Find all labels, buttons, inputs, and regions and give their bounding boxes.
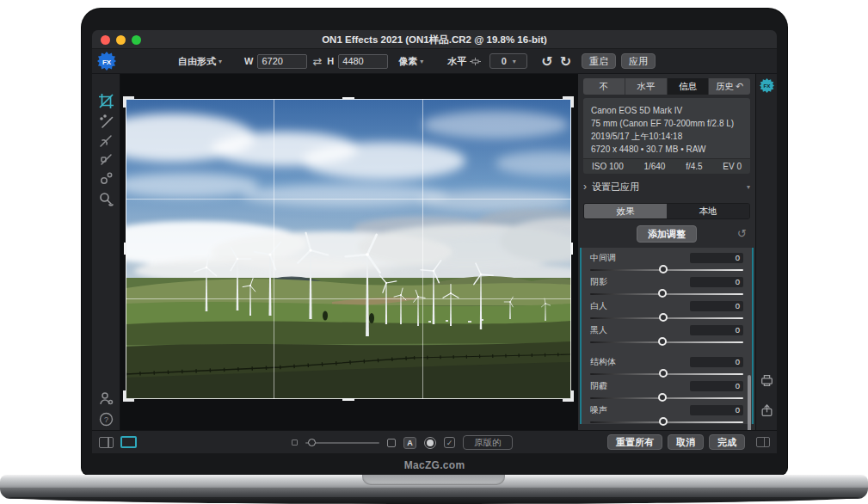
rotate-left-icon[interactable]: ↺ — [541, 53, 552, 70]
slider-track[interactable] — [590, 317, 743, 319]
app-window: ON1 Effects 2021 (ON1样品.CR2 @ 19.8% 16-b… — [92, 30, 777, 453]
laptop-notch — [362, 475, 505, 485]
slider-noise: 噪声0 — [590, 404, 743, 423]
crop-handle-bottom[interactable] — [342, 398, 354, 401]
width-input[interactable] — [257, 54, 307, 69]
crop-handle-top[interactable] — [342, 97, 354, 100]
portrait-tool-icon[interactable] — [98, 390, 114, 407]
chevron-down-icon: ▾ — [420, 58, 423, 65]
print-icon[interactable] — [760, 373, 774, 388]
tab-levels[interactable]: 水平 — [625, 78, 668, 95]
file-info: 6720 x 4480 • 30.7 MB • RAW — [591, 143, 742, 156]
crop-handle-bottom-right[interactable] — [563, 390, 574, 402]
auto-zoom-badge[interactable]: A — [403, 437, 416, 449]
aperture-value: f/4.5 — [686, 162, 702, 171]
level-label-group: 水平 — [447, 55, 481, 68]
slider-shadows: 阴影0 — [590, 276, 743, 295]
height-input[interactable] — [338, 54, 388, 69]
tab-history[interactable]: 历史↶ — [709, 78, 750, 95]
export-share-icon[interactable] — [760, 403, 774, 418]
compare-view-icon[interactable] — [99, 437, 114, 448]
chevron-down-icon: ▾ — [219, 58, 222, 65]
height-field-group: H — [327, 54, 388, 69]
svg-text:?: ? — [104, 415, 108, 424]
slider-haze: 阴霾0 — [590, 380, 743, 399]
crop-handle-top-left[interactable] — [123, 96, 134, 108]
module-rail: FX — [755, 74, 777, 430]
laptop-brand-text: MacZG.com — [82, 459, 787, 471]
zoom-out-icon[interactable] — [292, 439, 298, 446]
slider-handle[interactable] — [658, 393, 667, 402]
slider-whites: 白人0 — [590, 300, 743, 319]
slider-handle[interactable] — [659, 417, 668, 426]
swap-dimensions-icon[interactable]: ⇄ — [312, 55, 322, 68]
chevron-down-icon: ▾ — [513, 58, 516, 65]
crop-handle-top-right[interactable] — [563, 96, 574, 108]
crop-mode-select[interactable]: 自由形式▾ — [178, 55, 222, 68]
dual-pane-icon[interactable] — [756, 437, 770, 447]
zoom-pan-tool-icon[interactable] — [98, 191, 114, 207]
effects-module-icon[interactable]: FX — [760, 78, 774, 93]
masking-bug-tool-icon[interactable] — [98, 151, 114, 168]
slider-handle[interactable] — [658, 337, 667, 346]
slider-track[interactable] — [590, 397, 743, 399]
slider-value: 0 — [690, 325, 743, 335]
ev-value: EV 0 — [723, 162, 742, 171]
angle-select[interactable]: 0 ▾ — [489, 53, 527, 69]
svg-text:FX: FX — [764, 83, 772, 89]
zoom-slider[interactable] — [305, 442, 379, 444]
crop-handle-right[interactable] — [570, 243, 573, 255]
photo[interactable] — [126, 99, 571, 399]
iso-value: ISO 100 — [592, 162, 624, 171]
reset-all-button[interactable]: 重置所有 — [607, 434, 662, 450]
slider-track[interactable] — [590, 373, 743, 375]
cancel-button[interactable]: 取消 — [668, 434, 704, 450]
add-adjustment-button[interactable]: 添加调整 — [637, 225, 697, 243]
crop-gridline-vertical-2 — [422, 99, 423, 399]
show-original-button[interactable]: 原版的 — [463, 435, 513, 450]
slider-track[interactable] — [590, 293, 743, 295]
blemish-tool-icon[interactable] — [98, 170, 114, 187]
reset-adjustments-icon[interactable]: ↺ — [737, 227, 747, 240]
slider-handle[interactable] — [659, 369, 668, 378]
preview-circle-icon[interactable] — [424, 437, 436, 449]
tab-effects[interactable]: 效果 — [584, 204, 667, 218]
enhance-brush-tool-icon[interactable] — [98, 114, 114, 130]
done-button[interactable]: 完成 — [709, 434, 745, 450]
restart-button[interactable]: 重启 — [582, 53, 616, 69]
crop-handle-left[interactable] — [124, 243, 126, 255]
preview-check-icon[interactable]: ✓ — [444, 437, 455, 448]
level-icon — [470, 58, 481, 65]
apply-button[interactable]: 应用 — [621, 53, 656, 69]
camera-model: Canon EOS 5D Mark IV — [591, 104, 742, 117]
help-icon[interactable]: ? — [98, 411, 114, 427]
single-view-icon[interactable] — [120, 436, 137, 448]
settings-applied-row[interactable]: › 设置已应用 ▾ — [583, 179, 750, 194]
slider-handle[interactable] — [659, 265, 668, 274]
right-panel: 不 水平 信息 历史↶ Canon EOS 5D Mark IV 75 mm (… — [578, 74, 755, 430]
tab-navigator[interactable]: 不 — [583, 78, 625, 95]
unit-select[interactable]: 像素▾ — [398, 55, 423, 68]
rotate-right-icon[interactable]: ↻ — [560, 53, 571, 70]
titlebar: ON1 Effects 2021 (ON1样品.CR2 @ 19.8% 16-b… — [92, 30, 777, 49]
crop-tool-icon[interactable] — [98, 93, 114, 109]
slider-handle[interactable] — [658, 289, 667, 298]
masking-brush-tool-icon[interactable] — [98, 132, 114, 149]
on1-fx-logo-icon: FX — [97, 52, 116, 71]
disclosure-icon: › — [583, 181, 587, 193]
tab-info[interactable]: 信息 — [668, 78, 710, 95]
crop-handle-bottom-left[interactable] — [123, 390, 134, 402]
exif-info: Canon EOS 5D Mark IV 75 mm (Canon EF 70-… — [583, 98, 750, 158]
slider-track[interactable] — [590, 269, 743, 271]
tab-local[interactable]: 本地 — [667, 204, 749, 218]
crop-toolbar: FX 自由形式▾ W ⇄ H 像素▾ 水平 — [92, 49, 777, 74]
slider-handle[interactable] — [659, 313, 668, 322]
photo-canvas[interactable] — [120, 74, 578, 430]
slider-track[interactable] — [590, 421, 743, 423]
history-undo-icon: ↶ — [736, 81, 743, 92]
shutter-value: 1/640 — [643, 162, 665, 171]
zoom-slider-handle[interactable] — [308, 439, 316, 446]
bottom-bar: A ✓ 原版的 重置所有 取消 完成 — [92, 430, 777, 453]
zoom-in-icon[interactable] — [387, 439, 396, 447]
slider-track[interactable] — [590, 341, 743, 343]
